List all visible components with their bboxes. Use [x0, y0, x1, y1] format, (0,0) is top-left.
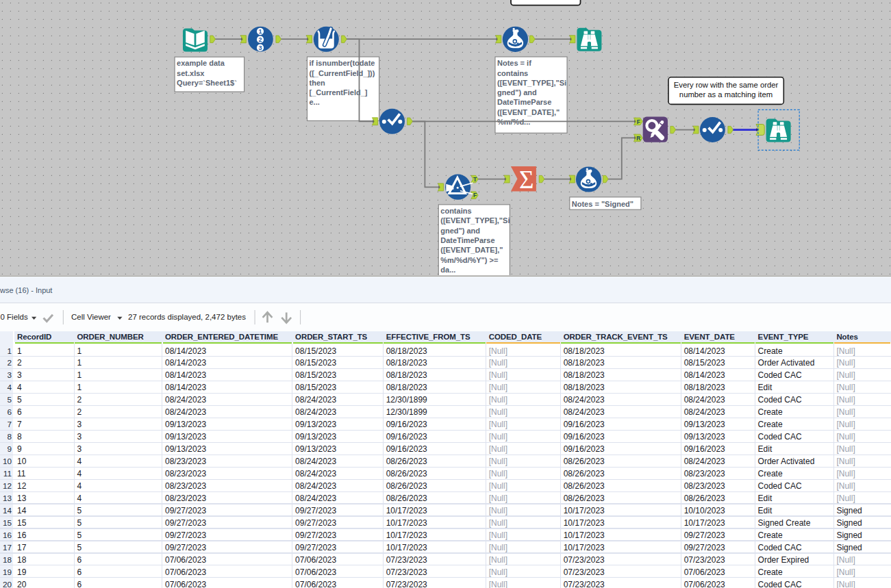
- svg-text:number as a matching item: number as a matching item: [679, 90, 773, 99]
- svg-text:Every row with the same order: Every row with the same order: [674, 81, 779, 89]
- svg-text:1: 1: [258, 28, 262, 35]
- svg-text:3: 3: [258, 44, 262, 51]
- svg-text:F: F: [473, 192, 477, 199]
- svg-text:F: F: [637, 118, 640, 125]
- svg-text:Σ: Σ: [519, 166, 534, 194]
- svg-text:2: 2: [258, 36, 262, 43]
- svg-text:T: T: [473, 176, 477, 183]
- svg-text:Notes = "Signed": Notes = "Signed": [572, 200, 633, 208]
- svg-text:R: R: [636, 135, 640, 142]
